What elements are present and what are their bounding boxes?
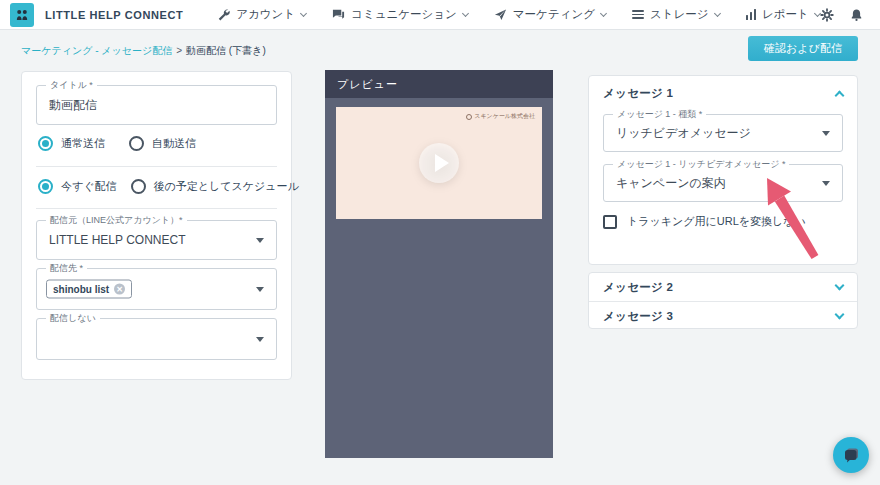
radio-auto-send[interactable]: 自動送信 bbox=[129, 136, 196, 151]
people-glyph-icon bbox=[14, 7, 30, 23]
chat-bubble-icon bbox=[332, 8, 345, 21]
message3-header[interactable]: メッセージ 3 bbox=[589, 302, 857, 330]
tracking-checkbox-label: トラッキング用にURLを変換しない bbox=[627, 214, 806, 229]
sender-select[interactable]: 配信元（LINE公式アカウント）* LITTLE HELP CONNECT bbox=[36, 220, 277, 260]
nav-item-communication[interactable]: コミュニケーション bbox=[332, 7, 468, 22]
title-field[interactable]: タイトル * 動画配信 bbox=[36, 85, 277, 125]
message1-type-value: リッチビデオメッセージ bbox=[616, 125, 751, 142]
nav-item-label: アカウント bbox=[236, 7, 295, 22]
divider bbox=[36, 166, 277, 167]
navbar-right bbox=[820, 4, 880, 26]
title-field-value: 動画配信 bbox=[49, 97, 97, 114]
settings-button[interactable] bbox=[820, 8, 834, 22]
message1-content-select[interactable]: メッセージ 1 - リッチビデオメッセージ * キャンペーンの案内 bbox=[603, 164, 843, 202]
top-navbar: LITTLE HELP CONNECT アカウント コミュニケーション bbox=[0, 0, 880, 30]
chevron-down-icon bbox=[300, 9, 307, 16]
video-thumbnail[interactable]: スキンケール株式会社 bbox=[336, 107, 542, 219]
title-field-label: タイトル * bbox=[46, 79, 97, 92]
preview-title: プレビュー bbox=[337, 77, 398, 92]
chevron-up-icon[interactable] bbox=[835, 90, 845, 100]
storage-list-icon bbox=[632, 10, 644, 19]
brand-logo-icon[interactable] bbox=[10, 3, 34, 27]
exclude-select-label: 配信しない bbox=[46, 312, 100, 325]
chat-widget-button[interactable] bbox=[833, 437, 869, 473]
divider bbox=[36, 208, 277, 209]
radio-schedule-later[interactable]: 後の予定としてスケジュール bbox=[131, 179, 299, 194]
preview-panel: プレビュー スキンケール株式会社 bbox=[325, 70, 553, 458]
caret-down-icon bbox=[256, 238, 264, 243]
recipient-select[interactable]: 配信先 * shinobu list ✕ bbox=[36, 268, 277, 310]
sender-select-value: LITTLE HELP CONNECT bbox=[49, 233, 185, 247]
breadcrumb-current: 動画配信 (下書き) bbox=[186, 45, 266, 56]
radio-label: 今すぐ配信 bbox=[61, 179, 117, 194]
radio-unselected-icon bbox=[131, 179, 146, 194]
message-list-card: メッセージ 2 メッセージ 3 bbox=[588, 272, 858, 329]
nav-item-account[interactable]: アカウント bbox=[217, 7, 306, 22]
breadcrumb: マーケティング - メッセージ配信>動画配信 (下書き) bbox=[21, 44, 266, 58]
delivery-settings-card: タイトル * 動画配信 通常送信 自動送信 今すぐ配信 後の予定としてスケジュー… bbox=[21, 71, 292, 380]
caret-down-icon bbox=[256, 287, 264, 292]
report-chart-icon bbox=[746, 9, 757, 20]
chevron-down-icon bbox=[462, 9, 469, 16]
bell-icon bbox=[850, 8, 863, 22]
nav-item-report[interactable]: レポート bbox=[746, 7, 820, 22]
caret-down-icon bbox=[256, 337, 264, 342]
breadcrumb-link[interactable]: マーケティング - メッセージ配信 bbox=[21, 45, 172, 56]
recipient-chip[interactable]: shinobu list ✕ bbox=[46, 280, 132, 299]
preview-header: プレビュー bbox=[325, 70, 553, 98]
message1-header[interactable]: メッセージ 1 bbox=[589, 76, 857, 110]
recipient-chip-label: shinobu list bbox=[53, 284, 109, 295]
brand-name: LITTLE HELP CONNECT bbox=[45, 9, 183, 21]
recipient-select-label: 配信先 * bbox=[46, 262, 87, 275]
tracking-checkbox-row[interactable]: トラッキング用にURLを変換しない bbox=[603, 214, 806, 229]
message1-type-select[interactable]: メッセージ 1 - 種類 * リッチビデオメッセージ bbox=[603, 114, 843, 152]
caret-down-icon bbox=[822, 131, 830, 136]
message1-content-label: メッセージ 1 - リッチビデオメッセージ * bbox=[613, 158, 789, 171]
message1-title: メッセージ 1 bbox=[603, 86, 673, 101]
radio-unselected-icon bbox=[129, 136, 144, 151]
confirm-and-send-button[interactable]: 確認および配信 bbox=[748, 36, 858, 61]
badge-logo-icon bbox=[466, 114, 472, 120]
radio-label: 自動送信 bbox=[152, 136, 196, 151]
radio-label: 後の予定としてスケジュール bbox=[154, 179, 299, 194]
message1-card: メッセージ 1 メッセージ 1 - 種類 * リッチビデオメッセージ メッセージ… bbox=[588, 75, 858, 265]
nav-item-marketing[interactable]: マーケティング bbox=[494, 7, 606, 22]
radio-send-now[interactable]: 今すぐ配信 bbox=[38, 179, 117, 194]
nav-item-label: コミュニケーション bbox=[351, 7, 457, 22]
nav-item-label: レポート bbox=[762, 7, 809, 22]
chevron-down-icon bbox=[600, 9, 607, 16]
badge-text: スキンケール株式会社 bbox=[474, 112, 535, 121]
page: LITTLE HELP CONNECT アカウント コミュニケーション bbox=[0, 0, 880, 485]
timing-radio-group: 今すぐ配信 後の予定としてスケジュール bbox=[38, 179, 299, 194]
notifications-button[interactable] bbox=[850, 8, 863, 22]
play-icon bbox=[435, 154, 449, 172]
nav-item-label: マーケティング bbox=[513, 7, 595, 22]
radio-selected-icon bbox=[38, 179, 53, 194]
chevron-down-icon bbox=[713, 9, 720, 16]
caret-down-icon bbox=[822, 181, 830, 186]
radio-label: 通常送信 bbox=[61, 136, 105, 151]
breadcrumb-separator: > bbox=[176, 45, 182, 56]
message1-type-label: メッセージ 1 - 種類 * bbox=[613, 108, 706, 121]
radio-selected-icon bbox=[38, 136, 53, 151]
send-icon bbox=[494, 8, 507, 21]
exclude-select[interactable]: 配信しない bbox=[36, 318, 277, 360]
gear-icon bbox=[820, 8, 834, 22]
chevron-down-icon[interactable] bbox=[835, 309, 845, 319]
message2-header[interactable]: メッセージ 2 bbox=[589, 273, 857, 301]
nav-item-storage[interactable]: ストレージ bbox=[632, 7, 720, 22]
wrench-icon bbox=[217, 8, 230, 21]
nav-item-label: ストレージ bbox=[650, 7, 709, 22]
sender-select-label: 配信元（LINE公式アカウント）* bbox=[46, 214, 187, 227]
message3-title: メッセージ 3 bbox=[603, 309, 673, 324]
play-button[interactable] bbox=[419, 143, 459, 183]
message2-title: メッセージ 2 bbox=[603, 280, 673, 295]
navbar-menu: アカウント コミュニケーション マーケティング ストレージ bbox=[217, 7, 820, 22]
chevron-down-icon[interactable] bbox=[835, 280, 845, 290]
send-type-radio-group: 通常送信 自動送信 bbox=[38, 136, 196, 151]
chat-widget-icon bbox=[841, 445, 861, 465]
radio-normal-send[interactable]: 通常送信 bbox=[38, 136, 105, 151]
close-icon[interactable]: ✕ bbox=[114, 284, 125, 295]
message1-content-value: キャンペーンの案内 bbox=[616, 175, 726, 192]
checkbox-unchecked-icon[interactable] bbox=[603, 215, 617, 229]
